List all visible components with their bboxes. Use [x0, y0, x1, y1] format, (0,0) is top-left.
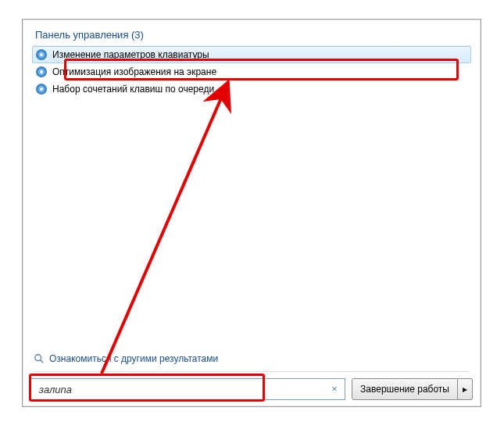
bottom-bar: × Завершение работы ▸: [30, 378, 473, 400]
svg-point-2: [40, 53, 43, 56]
clear-search-icon[interactable]: ×: [327, 382, 341, 396]
shutdown-options-button[interactable]: ▸: [458, 378, 473, 400]
result-label: Оптимизация изображения на экране: [52, 66, 216, 77]
svg-line-10: [41, 360, 44, 363]
control-panel-icon: [35, 66, 48, 78]
more-results-link[interactable]: Ознакомиться с другими результатами: [34, 353, 218, 364]
control-panel-icon: [35, 83, 48, 95]
start-menu-search-panel: Панель управления (3) Изменение параметр…: [22, 19, 481, 407]
result-label: Набор сочетаний клавиш по очереди: [52, 84, 214, 95]
shutdown-label: Завершение работы: [360, 384, 449, 395]
shutdown-group: Завершение работы ▸: [352, 378, 473, 400]
result-item-key-sequence[interactable]: Набор сочетаний клавиш по очереди: [32, 80, 471, 98]
result-item-image-optimize[interactable]: Оптимизация изображения на экране: [32, 63, 471, 80]
result-item-keyboard-params[interactable]: Изменение параметров клавиатуры: [32, 46, 471, 63]
svg-point-8: [40, 88, 43, 91]
results-area: Панель управления (3) Изменение параметр…: [23, 20, 481, 98]
control-panel-icon: [35, 48, 48, 61]
svg-point-5: [40, 70, 43, 73]
chevron-right-icon: ▸: [463, 384, 467, 395]
svg-point-9: [35, 355, 41, 361]
search-icon: [34, 353, 45, 364]
category-header: Панель управления (3): [32, 26, 471, 46]
more-results-label: Ознакомиться с другими результатами: [49, 353, 218, 364]
result-label: Изменение параметров клавиатуры: [52, 49, 209, 60]
divider: [34, 371, 470, 372]
search-input[interactable]: [38, 383, 327, 396]
search-box[interactable]: ×: [30, 378, 345, 400]
shutdown-button[interactable]: Завершение работы: [352, 378, 458, 400]
